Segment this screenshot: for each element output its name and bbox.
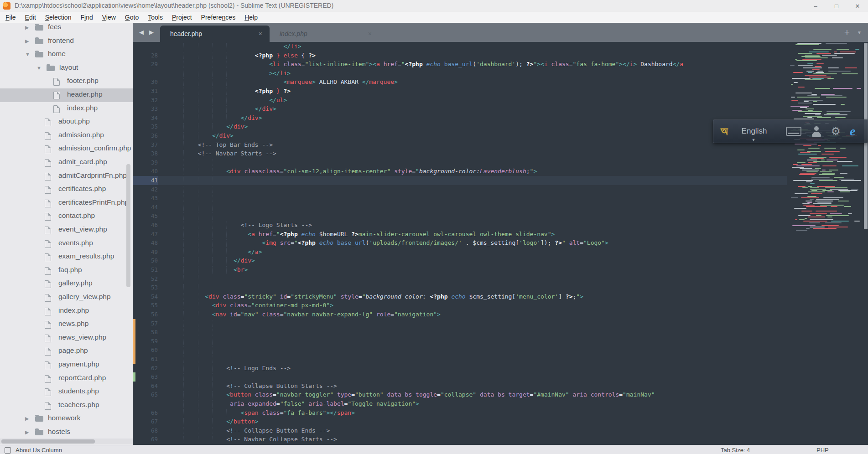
sidebar-item-footer-php[interactable]: footer.php [0, 75, 133, 88]
settings-gear-icon[interactable]: ⚙ [831, 126, 841, 137]
menu-selection[interactable]: Selection [41, 14, 76, 21]
code-line[interactable]: 62 <!-- Logo Ends --> [133, 364, 787, 373]
tab-forward-icon[interactable]: ▶ [149, 29, 154, 36]
menu-help[interactable]: Help [240, 14, 262, 21]
code-line[interactable]: 48 <img src="<?php echo base_url('upload… [133, 238, 787, 248]
code-line[interactable]: 39 [133, 158, 787, 167]
close-icon[interactable]: ✕ [847, 0, 868, 12]
code-line[interactable]: 41 [133, 176, 787, 185]
code-line[interactable]: 32 </ul> [133, 96, 787, 105]
code-line[interactable]: 63 [133, 372, 787, 382]
code-line[interactable]: 49 </a> [133, 248, 787, 257]
sidebar-item-about-php[interactable]: about.php [0, 115, 133, 129]
code-line[interactable]: 54 <div class="stricky" id="strickyMenu"… [133, 292, 787, 301]
syntax-indicator[interactable]: PHP [816, 447, 829, 454]
menu-preferences[interactable]: Preferences [197, 14, 240, 21]
sidebar-item-payment-php[interactable]: payment.php [0, 358, 133, 372]
code-line[interactable]: 45 [133, 212, 787, 221]
chevron-right-icon[interactable]: ▶ [25, 416, 29, 422]
sidebar-folder-fees[interactable]: ▶fees [0, 23, 133, 35]
sidebar-item-exam_results-php[interactable]: exam_results.php [0, 250, 133, 264]
code-line[interactable]: 44 [133, 203, 787, 212]
menu-goto[interactable]: Goto [120, 14, 143, 21]
keyboard-icon[interactable] [786, 127, 801, 136]
tab-overflow-icon[interactable]: ▼ [857, 30, 862, 35]
sidebar-item-students-php[interactable]: students.php [0, 385, 133, 399]
code-line[interactable]: 69 <!-- Navbar Collapse Starts --> [133, 435, 787, 444]
code-line[interactable]: 58 [133, 328, 787, 337]
sidebar-item-certificates-php[interactable]: certificates.php [0, 183, 133, 196]
sidebar-item-admitCardprintFn-php[interactable]: admitCardprintFn.php [0, 170, 133, 183]
code-line[interactable]: 40 <div classclass="col-sm-12,align-item… [133, 167, 787, 176]
code-line[interactable]: 68 <!-- Collapse Button Ends --> [133, 426, 787, 435]
sidebar-item-contact-php[interactable]: contact.php [0, 210, 133, 223]
code-line[interactable]: 42 [133, 185, 787, 194]
code-line[interactable]: 50 </div> [133, 256, 787, 265]
sidebar-item-news_view-php[interactable]: news_view.php [0, 331, 133, 345]
input-method-icon[interactable]: অ [721, 124, 728, 138]
sidebar-item-teachers-php[interactable]: teachers.php [0, 399, 133, 413]
code-line[interactable]: aria-expanded="false" aria-label="Toggle… [133, 399, 787, 408]
chevron-down-icon[interactable]: ▼ [25, 52, 30, 57]
code-line[interactable]: 43 [133, 194, 787, 203]
sidebar-folder-hostels[interactable]: ▶hostels [0, 426, 133, 439]
chevron-right-icon[interactable]: ▶ [25, 25, 29, 31]
code-line[interactable]: 36 </div> [133, 131, 787, 140]
menu-find[interactable]: Find [76, 14, 97, 21]
code-line[interactable]: 52 [133, 274, 787, 284]
code-line[interactable]: 65 <button class="navbar-toggler" type="… [133, 390, 787, 399]
menu-project[interactable]: Project [167, 14, 197, 21]
tab-header-php[interactable]: header.php× [160, 26, 270, 42]
code-line[interactable]: ></li> [133, 69, 787, 78]
code-line[interactable]: 37 <!-- Top Bar Ends --> [133, 140, 787, 150]
sidebar-folder-homework[interactable]: ▶homework [0, 412, 133, 426]
tab-close-icon[interactable]: × [368, 30, 372, 37]
code-line[interactable]: 38 <!-- Navbar Starts --> [133, 149, 787, 158]
code-line[interactable]: 53 [133, 283, 787, 292]
sidebar-item-admission_confirm-php[interactable]: admission_confirm.php [0, 142, 133, 156]
sidebar-folder-home[interactable]: ▼home [0, 48, 133, 62]
sidebar-item-news-php[interactable]: news.php [0, 318, 133, 331]
code-line[interactable]: 51 <br> [133, 265, 787, 274]
code-line[interactable]: 34 </div> [133, 114, 787, 123]
sidebar-folder-layout[interactable]: ▼layout [0, 62, 133, 75]
chevron-right-icon[interactable]: ▶ [25, 38, 29, 44]
code-line[interactable]: 28 <?php } else { ?> [133, 51, 787, 60]
code-line[interactable]: 31 <?php } ?> [133, 87, 787, 96]
sidebar-scrollbar-thumb[interactable] [1, 439, 95, 444]
sidebar-item-page-php[interactable]: page.php [0, 345, 133, 358]
code-line[interactable]: </li> [133, 42, 787, 51]
sidebar-item-event_view-php[interactable]: event_view.php [0, 223, 133, 237]
sidebar-item-header-php[interactable]: header.php [0, 88, 133, 102]
code-line[interactable]: 60 [133, 346, 787, 355]
code-line[interactable]: 35 </div> [133, 122, 787, 131]
code-line[interactable]: 33 </div> [133, 104, 787, 114]
menu-tools[interactable]: Tools [143, 14, 167, 21]
menu-view[interactable]: View [98, 14, 120, 21]
code-line[interactable]: 55 <div class="container-md px-md-0"> [133, 301, 787, 310]
code-line[interactable]: 46 <!-- Logo Starts --> [133, 221, 787, 230]
sidebar-item-reportCard-php[interactable]: reportCard.php [0, 372, 133, 386]
sidebar-item-admission-php[interactable]: admission.php [0, 129, 133, 143]
code-line[interactable]: 56 <nav id="nav" class="navbar navbar-ex… [133, 310, 787, 319]
sidebar-item-index-php[interactable]: index.php [0, 102, 133, 116]
code-line[interactable]: 29 <li class="list-inline-item"><a href=… [133, 60, 787, 69]
tab-close-icon[interactable]: × [259, 30, 262, 37]
ie-browser-icon[interactable]: e [850, 125, 855, 138]
minimize-icon[interactable]: – [805, 0, 826, 12]
code-line[interactable]: 30 <marquee> ALLHO AKBAR </marquee> [133, 77, 787, 87]
tab-index-php[interactable]: index.php× [270, 26, 379, 42]
maximize-icon[interactable]: □ [826, 0, 847, 12]
sidebar-item-gallery-php[interactable]: gallery.php [0, 277, 133, 291]
sidebar-folder-frontend[interactable]: ▶frontend [0, 35, 133, 48]
chevron-down-icon[interactable]: ▼ [36, 65, 42, 71]
code-line[interactable]: 61 [133, 355, 787, 364]
code-line[interactable]: 47 <a href="<?php echo $homeURL ?>main-s… [133, 230, 787, 239]
person-icon[interactable] [811, 126, 821, 137]
code-editor[interactable]: </li>28 <?php } else { ?>29 <li class="l… [133, 42, 787, 445]
menu-file[interactable]: File [1, 14, 21, 21]
sidebar-item-certificatesPrintFn-php[interactable]: certificatesPrintFn.php [0, 196, 133, 210]
sidebar-item-faq-php[interactable]: faq.php [0, 264, 133, 278]
sidebar-vertical-scrollbar[interactable] [126, 164, 130, 287]
menu-edit[interactable]: Edit [21, 14, 41, 21]
